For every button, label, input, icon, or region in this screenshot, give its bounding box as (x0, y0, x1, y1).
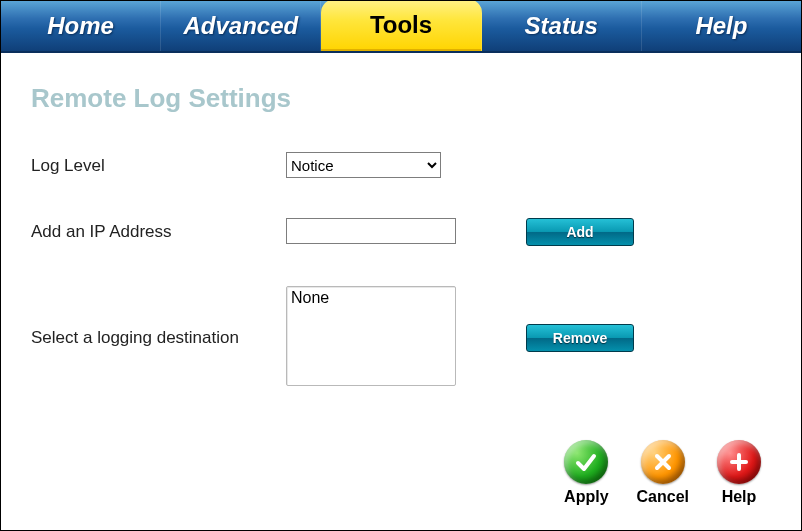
row-log-level: Log Level Notice (31, 152, 761, 178)
label-log-level: Log Level (31, 152, 286, 176)
destination-item[interactable]: None (289, 289, 453, 308)
tab-home[interactable]: Home (1, 1, 161, 51)
tab-label: Home (47, 12, 114, 40)
cancel-button[interactable]: Cancel (637, 440, 689, 506)
help-button[interactable]: Help (717, 440, 761, 506)
footer-actions: Apply Cancel Help (564, 440, 761, 506)
label-add-ip: Add an IP Address (31, 218, 286, 242)
tab-advanced[interactable]: Advanced (161, 1, 321, 51)
add-button[interactable]: Add (526, 218, 634, 246)
check-icon (564, 440, 608, 484)
plus-icon (717, 440, 761, 484)
remove-button[interactable]: Remove (526, 324, 634, 352)
close-icon (641, 440, 685, 484)
ip-address-input[interactable] (286, 218, 456, 244)
log-level-select[interactable]: Notice (286, 152, 441, 178)
apply-button[interactable]: Apply (564, 440, 608, 506)
cancel-label: Cancel (637, 488, 689, 506)
tab-label: Help (695, 12, 747, 40)
row-add-ip: Add an IP Address Add (31, 218, 761, 246)
destination-list[interactable]: None (286, 286, 456, 386)
tab-status[interactable]: Status (482, 1, 642, 51)
main-tabs: Home Advanced Tools Status Help (1, 1, 801, 53)
apply-label: Apply (564, 488, 608, 506)
page-title: Remote Log Settings (31, 83, 761, 114)
tab-label: Advanced (183, 12, 298, 40)
label-destination: Select a logging destination (31, 286, 286, 348)
button-label: Add (566, 224, 593, 240)
help-label: Help (722, 488, 757, 506)
button-label: Remove (553, 330, 607, 346)
row-destination: Select a logging destination None Remove (31, 286, 761, 386)
content-area: Remote Log Settings Log Level Notice Add… (1, 53, 801, 446)
tab-help[interactable]: Help (642, 1, 801, 51)
tab-tools[interactable]: Tools (321, 0, 481, 51)
tab-label: Status (525, 12, 598, 40)
tab-label: Tools (370, 11, 432, 39)
